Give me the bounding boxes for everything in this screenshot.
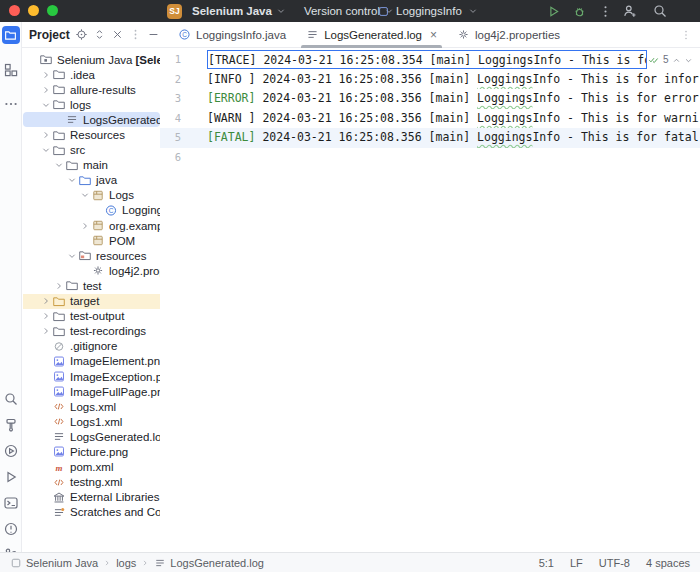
tab-loggingsinfo-java[interactable]: CLoggingsInfo.java xyxy=(168,22,296,47)
chevron-up-icon[interactable] xyxy=(672,56,681,65)
tree-row[interactable]: testng.xml xyxy=(23,475,160,490)
editor-line-text[interactable]: [WARN ] 2024-03-21 16:25:08.356 [main] L… xyxy=(207,109,700,129)
editor-line[interactable]: 2[INFO ] 2024-03-21 16:25:08.356 [main] … xyxy=(160,70,700,90)
status-widget[interactable]: LF xyxy=(570,557,583,569)
breadcrumb-item[interactable]: logs xyxy=(116,557,136,569)
tree-row[interactable]: target xyxy=(23,294,160,309)
editor-line-text[interactable] xyxy=(207,148,700,168)
tree-row[interactable]: CLoggingsInfo xyxy=(23,203,160,218)
editor-line[interactable]: 3[ERROR] 2024-03-21 16:25:08.356 [main] … xyxy=(160,89,700,109)
chevron-down-icon[interactable] xyxy=(79,190,91,200)
breadcrumb-item[interactable]: LogsGenerated.log xyxy=(154,557,264,569)
search-icon[interactable] xyxy=(652,3,668,19)
run-icon[interactable] xyxy=(546,4,561,19)
more-vertical-icon[interactable] xyxy=(694,3,700,19)
chevron-down-icon[interactable] xyxy=(684,56,693,65)
status-widget[interactable]: 5:1 xyxy=(539,557,554,569)
tree-row[interactable]: java xyxy=(23,173,160,188)
build-icon[interactable] xyxy=(3,417,19,433)
structure-icon[interactable] xyxy=(3,62,19,78)
editor-line[interactable]: 5[FATAL] 2024-03-21 16:25:08.356 [main] … xyxy=(160,128,700,148)
tree-row[interactable]: resources xyxy=(23,248,160,263)
status-widget[interactable]: UTF-8 xyxy=(599,557,630,569)
project-menu[interactable]: Selenium Java xyxy=(192,5,286,17)
tree-row[interactable]: Logs xyxy=(23,188,160,203)
services-icon[interactable] xyxy=(3,443,19,459)
close-window-button[interactable] xyxy=(9,5,20,16)
line-number: 6 xyxy=(160,148,207,168)
problems-icon[interactable] xyxy=(3,521,19,537)
chevron-right-icon[interactable] xyxy=(40,70,52,80)
editor-line-text[interactable]: [TRACE] 2024-03-21 16:25:08.354 [main] L… xyxy=(207,50,700,70)
tree-row[interactable]: ImageElement.png xyxy=(23,354,160,369)
zoom-window-button[interactable] xyxy=(47,5,58,16)
chevron-right-icon[interactable] xyxy=(40,326,52,336)
chevron-right-icon[interactable] xyxy=(79,221,91,231)
tree-row[interactable]: External Libraries xyxy=(23,490,160,505)
editor-line[interactable]: 4[WARN ] 2024-03-21 16:25:08.356 [main] … xyxy=(160,109,700,129)
tree-row[interactable]: ImageException.png xyxy=(23,369,160,384)
tree-row[interactable]: logs xyxy=(23,97,160,112)
properties-icon xyxy=(91,264,105,277)
expand-all-icon[interactable] xyxy=(93,28,106,41)
close-icon[interactable]: × xyxy=(430,29,437,41)
tree-row[interactable]: mpom.xml xyxy=(23,460,160,475)
tree-row[interactable]: test-recordings xyxy=(23,324,160,339)
tree-row[interactable]: LogsGenerated.log xyxy=(23,112,160,127)
tree-row[interactable]: Picture.png xyxy=(23,444,160,459)
chevron-right-icon[interactable] xyxy=(40,311,52,321)
minimize-window-button[interactable] xyxy=(28,5,39,16)
editor-line-text[interactable]: [ERROR] 2024-03-21 16:25:08.356 [main] L… xyxy=(207,89,700,109)
debug-icon[interactable] xyxy=(572,4,587,19)
hide-icon[interactable] xyxy=(147,28,160,41)
chevron-right-icon[interactable] xyxy=(40,296,52,306)
chevron-right-icon[interactable] xyxy=(53,281,65,291)
more-vertical-icon[interactable] xyxy=(129,28,142,41)
tree-row[interactable]: Logs1.xml xyxy=(23,414,160,429)
tab-log4j2-properties[interactable]: log4j2.properties xyxy=(447,22,570,47)
tree-row[interactable]: Logs.xml xyxy=(23,399,160,414)
tree-row[interactable]: allure-results xyxy=(23,82,160,97)
tree-row[interactable]: main xyxy=(23,158,160,173)
chevron-down-icon[interactable] xyxy=(40,145,52,155)
tree-row[interactable]: Resources xyxy=(23,127,160,142)
run-configuration[interactable]: LoggingsInfo xyxy=(377,0,478,22)
tree-row[interactable]: log4j2.properties xyxy=(23,263,160,278)
breadcrumb-item[interactable]: Selenium Java xyxy=(10,557,98,569)
search-icon[interactable] xyxy=(3,391,19,407)
tree-row[interactable]: test xyxy=(23,278,160,293)
project-tool-button[interactable] xyxy=(2,26,20,44)
editor-line[interactable]: 1[TRACE] 2024-03-21 16:25:08.354 [main] … xyxy=(160,50,700,70)
tree-row[interactable]: test-output xyxy=(23,309,160,324)
editor-line[interactable]: 6 xyxy=(160,148,700,168)
tree-row[interactable]: POM xyxy=(23,233,160,248)
editor-line-text[interactable]: [INFO ] 2024-03-21 16:25:08.356 [main] L… xyxy=(207,70,700,90)
tree-row[interactable]: .idea xyxy=(23,67,160,82)
chevron-down-icon[interactable] xyxy=(53,160,65,170)
tree-row[interactable]: org.example xyxy=(23,218,160,233)
tree-row[interactable]: ImageFullPage.png xyxy=(23,384,160,399)
chevron-down-icon[interactable] xyxy=(66,175,78,185)
tree-row[interactable]: .gitignore xyxy=(23,339,160,354)
tree-row[interactable]: LogsGenerated.log xyxy=(23,429,160,444)
chevron-down-icon[interactable] xyxy=(40,100,52,110)
editor-line-text[interactable]: [FATAL] 2024-03-21 16:25:08.356 [main] L… xyxy=(207,128,700,148)
add-user-icon[interactable] xyxy=(622,3,638,19)
chevron-down-icon[interactable] xyxy=(66,251,78,261)
run-icon-gray[interactable] xyxy=(3,469,19,485)
tree-row[interactable]: Selenium Java[SeleniumJava] xyxy=(23,52,160,67)
terminal-icon[interactable] xyxy=(3,495,19,511)
editor-area[interactable]: 1[TRACE] 2024-03-21 16:25:08.354 [main] … xyxy=(160,48,700,552)
more-vertical-icon[interactable] xyxy=(680,29,692,41)
chevron-right-icon[interactable] xyxy=(40,130,52,140)
tree-row[interactable]: Scratches and Consoles xyxy=(23,505,160,520)
status-widget[interactable]: 4 spaces xyxy=(646,557,690,569)
chevron-right-icon[interactable] xyxy=(40,85,52,95)
inspections-widget[interactable]: 5 xyxy=(648,51,693,69)
more-vertical-icon[interactable] xyxy=(598,4,613,19)
more-horizontal-icon[interactable] xyxy=(3,96,19,112)
collapse-all-icon[interactable] xyxy=(111,28,124,41)
tab-logsgenerated-log[interactable]: LogsGenerated.log× xyxy=(296,22,447,47)
tree-row[interactable]: src xyxy=(23,143,160,158)
locate-icon[interactable] xyxy=(75,28,88,41)
